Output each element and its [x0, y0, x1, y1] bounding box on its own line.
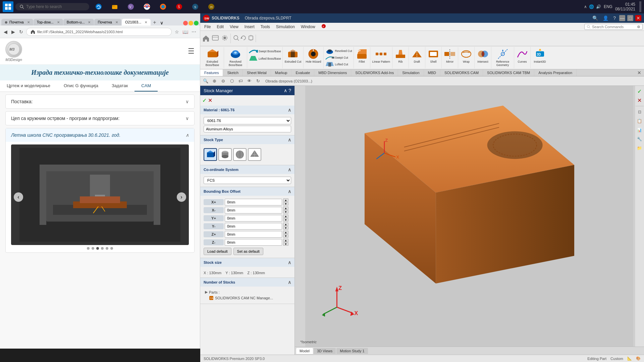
sw-search-sec-btn[interactable]: 🔍 [202, 77, 210, 85]
sw-bbox-xplus-up[interactable]: ▲ [283, 198, 288, 202]
sw-bbox-yminus-input[interactable] [225, 223, 282, 230]
sw-tab-sheet-metal[interactable]: Sheet Metal [243, 69, 271, 76]
sw-bbox-xplus-input[interactable] [225, 199, 282, 205]
close-tab-2[interactable]: ✕ [57, 20, 60, 24]
sw-coord-collapse[interactable]: ∧ [288, 167, 291, 172]
browser-maximize-btn[interactable] [194, 21, 199, 25]
sw-zoom-btn[interactable] [233, 35, 239, 42]
accordion-arrow-2[interactable]: ∨ [185, 116, 189, 121]
browser-minimize-btn[interactable] [189, 21, 193, 25]
browser-tab-5[interactable]: O21003... ✕ [122, 19, 151, 25]
sw-mirror-btn[interactable]: Mirror [442, 47, 458, 68]
sw-refresh-btn[interactable]: ↻ [254, 77, 262, 85]
sw-bbox-xplus-down[interactable]: ▼ [283, 202, 288, 205]
accordion-arrow-1[interactable]: ∨ [185, 99, 189, 104]
sw-shell-btn[interactable]: Shell [425, 47, 442, 68]
sw-ok-button[interactable]: ✓ [202, 97, 207, 104]
sw-menu-tools[interactable]: Tools [258, 23, 273, 30]
sw-view-btn[interactable] [211, 34, 220, 43]
sw-wrap-btn[interactable]: Wrap [458, 47, 475, 68]
bookmark-button[interactable]: ☆ [174, 28, 180, 36]
carousel-dot-6[interactable] [110, 247, 113, 250]
sw-num-stocks-collapse[interactable]: ∧ [288, 280, 291, 285]
taskbar-search-input[interactable] [26, 4, 80, 9]
sw-minimize-icon[interactable]: — [619, 15, 625, 21]
browser-tab-3[interactable]: Bottom-u... ✕ [63, 19, 94, 25]
site-nav-item-3[interactable]: Задатак [105, 80, 135, 92]
sw-bbox-yminus-up[interactable]: ▲ [283, 223, 288, 226]
sw-material-subtype-input[interactable] [204, 126, 291, 132]
taskbar-ff-icon[interactable] [156, 0, 170, 13]
sw-bbox-zplus-down[interactable]: ▼ [283, 234, 288, 238]
sw-stock-sphere-btn[interactable] [233, 148, 247, 161]
sw-rotate-btn[interactable] [240, 35, 247, 42]
sw-tree-nc-manager[interactable]: CAM SOLIDWORKS CAM NC Manage... [204, 295, 291, 301]
sw-bbox-xminus-input[interactable] [225, 207, 282, 214]
sw-coordinate-select[interactable]: FCS [204, 177, 291, 184]
sw-tab-analysis[interactable]: Analysis Preparation [534, 69, 577, 76]
sw-search-input[interactable] [592, 25, 636, 29]
sw-bbox-xminus-up[interactable]: ▲ [283, 206, 288, 210]
taskbar-search-box[interactable] [15, 3, 89, 10]
sw-revolved-cut-btn[interactable]: Revolved Cut [325, 48, 352, 54]
carousel-next-button[interactable]: › [177, 192, 186, 202]
refresh-button[interactable]: ↻ [18, 28, 24, 36]
windows-start-button[interactable] [3, 1, 13, 12]
carousel-prev-button[interactable]: ‹ [14, 192, 23, 202]
sw-panel-collapse-btn[interactable]: ∧ [284, 88, 287, 93]
sw-menu-simulation[interactable]: Simulation [273, 23, 298, 30]
sw-bbox-collapse[interactable]: ∧ [288, 189, 291, 194]
tab-dropdown-button[interactable]: ∨ [159, 20, 165, 25]
close-tab-5[interactable]: ✕ [145, 20, 147, 24]
sw-tab-sketch[interactable]: Sketch [223, 69, 243, 76]
sw-load-default-btn[interactable]: Load default [204, 248, 231, 255]
sw-view-tab-model[interactable]: Model [296, 348, 313, 354]
taskbar-viber-icon[interactable]: V [123, 0, 138, 13]
sw-coordinate-header[interactable]: Co-ordinate System ∧ [200, 165, 294, 174]
taskbar-extra2-icon[interactable]: S [188, 0, 203, 13]
taskbar-file-explorer-icon[interactable] [107, 0, 122, 13]
sw-fillet-btn[interactable]: Fillet [354, 47, 370, 68]
sw-bbox-zplus-input[interactable] [225, 231, 282, 238]
sw-bbox-zplus-up[interactable]: ▲ [283, 231, 288, 234]
sw-curves-btn[interactable]: Curves [514, 47, 531, 68]
sw-revolved-boss-base-btn[interactable]: Revolved Boss/Base [224, 47, 247, 68]
accordion-header-1[interactable]: Поставка: ∨ [6, 95, 194, 108]
sw-tab-features[interactable]: Features [200, 69, 223, 76]
hamburger-menu[interactable]: ☰ [188, 47, 195, 56]
new-tab-button[interactable]: + [151, 19, 158, 25]
browser-tab-4[interactable]: Почетна ✕ [94, 19, 121, 25]
sw-vp-cancel-btn[interactable]: ✕ [636, 96, 644, 104]
browser-tab-2[interactable]: Top-dow... ✕ [34, 19, 63, 25]
sw-set-default-btn[interactable]: Set as default [233, 248, 263, 255]
accordion-header-2[interactable]: Цеп са кружним острвом - програм и подпр… [6, 112, 194, 125]
sw-stock-size-header[interactable]: Stock size ∧ [200, 258, 294, 267]
sw-bbox-yminus-down[interactable]: ▼ [283, 226, 288, 230]
sw-draft-btn[interactable]: Draft [409, 47, 425, 68]
sw-material-collapse[interactable]: ∧ [288, 107, 291, 113]
sw-collapse-btn[interactable]: ⊖ [219, 77, 227, 85]
sw-tab-mbd-dim[interactable]: MBD Dimensions [314, 69, 351, 76]
site-nav-item-2[interactable]: Опис G функција [57, 80, 105, 92]
sw-stock-size-collapse[interactable]: ∧ [288, 260, 291, 265]
sw-expand-btn[interactable]: ⊕ [210, 77, 218, 85]
sw-settings-btn[interactable] [220, 34, 229, 43]
browser-menu-button[interactable]: ⋯ [191, 28, 197, 36]
sw-maximize-icon[interactable]: □ [627, 15, 633, 21]
sw-stock-box-btn[interactable] [204, 148, 217, 161]
carousel-dot-1[interactable] [87, 247, 90, 250]
sw-tab-evaluate[interactable]: Evaluate [291, 69, 314, 76]
sw-instant3d-btn[interactable]: 3D Instant3D [531, 47, 549, 68]
read-mode-button[interactable]: 📖 [181, 28, 189, 36]
sw-vp-btn3[interactable]: 📊 [636, 126, 644, 134]
sw-filter-btn[interactable]: ⬡ [228, 77, 236, 85]
sw-bbox-zminus-up[interactable]: ▲ [283, 239, 288, 242]
sw-swept-cut-btn[interactable]: Swept Cut [325, 55, 352, 61]
close-tab-4[interactable]: ✕ [115, 20, 118, 24]
carousel-dot-3[interactable] [96, 247, 99, 250]
sw-user-icon[interactable]: 👤 [601, 15, 610, 21]
close-tab-1[interactable]: ✕ [27, 20, 30, 24]
sw-home-btn[interactable] [202, 34, 210, 43]
sw-tab-sw-cam[interactable]: SOLIDWORKS CAM [440, 69, 483, 76]
sw-vp-check-btn[interactable]: ✓ [636, 87, 644, 95]
